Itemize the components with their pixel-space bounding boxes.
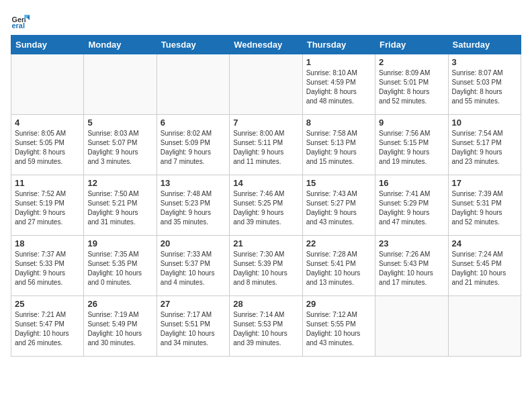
day-number: 20	[161, 238, 226, 248]
calendar-cell: 19Sunrise: 7:35 AM Sunset: 5:35 PM Dayli…	[84, 236, 157, 296]
calendar-table: SundayMondayTuesdayWednesdayThursdayFrid…	[11, 35, 521, 357]
day-number: 6	[161, 118, 226, 128]
day-number: 4	[15, 118, 80, 128]
day-info: Sunrise: 7:14 AM Sunset: 5:53 PM Dayligh…	[233, 310, 298, 348]
logo-icon: Gen eral	[11, 11, 30, 30]
calendar-cell: 14Sunrise: 7:46 AM Sunset: 5:25 PM Dayli…	[230, 175, 302, 236]
calendar-cell: 8Sunrise: 7:58 AM Sunset: 5:13 PM Daylig…	[302, 115, 375, 175]
weekday-header-saturday: Saturday	[448, 36, 521, 54]
calendar-week-row: 11Sunrise: 7:52 AM Sunset: 5:19 PM Dayli…	[11, 175, 521, 236]
day-number: 17	[452, 178, 517, 188]
day-info: Sunrise: 7:54 AM Sunset: 5:17 PM Dayligh…	[452, 129, 517, 167]
calendar-cell: 12Sunrise: 7:50 AM Sunset: 5:21 PM Dayli…	[84, 175, 157, 236]
day-info: Sunrise: 7:19 AM Sunset: 5:49 PM Dayligh…	[87, 310, 152, 348]
calendar-cell: 16Sunrise: 7:41 AM Sunset: 5:29 PM Dayli…	[375, 175, 448, 236]
calendar-cell: 18Sunrise: 7:37 AM Sunset: 5:33 PM Dayli…	[11, 236, 84, 296]
day-number: 12	[87, 178, 152, 188]
weekday-header-thursday: Thursday	[302, 36, 375, 54]
day-number: 7	[233, 118, 298, 128]
svg-text:eral: eral	[12, 21, 25, 30]
day-number: 9	[379, 118, 444, 128]
day-number: 29	[306, 299, 371, 309]
day-info: Sunrise: 8:03 AM Sunset: 5:07 PM Dayligh…	[87, 129, 152, 167]
day-number: 16	[379, 178, 444, 188]
day-info: Sunrise: 7:50 AM Sunset: 5:21 PM Dayligh…	[87, 189, 152, 227]
day-number: 28	[233, 299, 298, 309]
calendar-cell	[448, 296, 521, 357]
calendar-cell: 24Sunrise: 7:24 AM Sunset: 5:45 PM Dayli…	[448, 236, 521, 296]
day-number: 5	[87, 118, 152, 128]
day-info: Sunrise: 7:24 AM Sunset: 5:45 PM Dayligh…	[452, 250, 517, 287]
day-number: 18	[15, 238, 80, 248]
calendar-cell: 9Sunrise: 7:56 AM Sunset: 5:15 PM Daylig…	[375, 115, 448, 175]
calendar-cell: 15Sunrise: 7:43 AM Sunset: 5:27 PM Dayli…	[302, 175, 375, 236]
calendar-cell: 5Sunrise: 8:03 AM Sunset: 5:07 PM Daylig…	[84, 115, 157, 175]
calendar-cell: 23Sunrise: 7:26 AM Sunset: 5:43 PM Dayli…	[375, 236, 448, 296]
calendar-cell: 22Sunrise: 7:28 AM Sunset: 5:41 PM Dayli…	[302, 236, 375, 296]
calendar-cell: 2Sunrise: 8:09 AM Sunset: 5:01 PM Daylig…	[375, 54, 448, 115]
day-info: Sunrise: 8:07 AM Sunset: 5:03 PM Dayligh…	[452, 68, 517, 106]
calendar-cell	[375, 296, 448, 357]
calendar-cell	[157, 54, 229, 115]
weekday-header-friday: Friday	[375, 36, 448, 54]
day-number: 27	[161, 299, 226, 309]
calendar-cell: 13Sunrise: 7:48 AM Sunset: 5:23 PM Dayli…	[157, 175, 229, 236]
calendar-week-row: 18Sunrise: 7:37 AM Sunset: 5:33 PM Dayli…	[11, 236, 521, 296]
page-header: Gen eral	[11, 11, 521, 30]
logo: Gen eral	[11, 11, 31, 30]
day-info: Sunrise: 7:28 AM Sunset: 5:41 PM Dayligh…	[306, 250, 371, 287]
day-info: Sunrise: 7:43 AM Sunset: 5:27 PM Dayligh…	[306, 189, 371, 227]
weekday-header-wednesday: Wednesday	[230, 36, 302, 54]
day-info: Sunrise: 7:52 AM Sunset: 5:19 PM Dayligh…	[15, 189, 80, 227]
day-number: 26	[87, 299, 152, 309]
calendar-cell	[230, 54, 302, 115]
day-number: 14	[233, 178, 298, 188]
day-number: 13	[161, 178, 226, 188]
day-number: 3	[452, 57, 517, 67]
calendar-week-row: 1Sunrise: 8:10 AM Sunset: 4:59 PM Daylig…	[11, 54, 521, 115]
day-info: Sunrise: 7:33 AM Sunset: 5:37 PM Dayligh…	[161, 250, 226, 287]
day-info: Sunrise: 8:10 AM Sunset: 4:59 PM Dayligh…	[306, 68, 371, 106]
day-info: Sunrise: 8:02 AM Sunset: 5:09 PM Dayligh…	[161, 129, 226, 167]
day-number: 23	[379, 238, 444, 248]
day-info: Sunrise: 8:00 AM Sunset: 5:11 PM Dayligh…	[233, 129, 298, 167]
calendar-cell: 11Sunrise: 7:52 AM Sunset: 5:19 PM Dayli…	[11, 175, 84, 236]
calendar-cell: 25Sunrise: 7:21 AM Sunset: 5:47 PM Dayli…	[11, 296, 84, 357]
day-info: Sunrise: 7:17 AM Sunset: 5:51 PM Dayligh…	[161, 310, 226, 348]
calendar-cell: 3Sunrise: 8:07 AM Sunset: 5:03 PM Daylig…	[448, 54, 521, 115]
day-info: Sunrise: 7:37 AM Sunset: 5:33 PM Dayligh…	[15, 250, 80, 287]
day-info: Sunrise: 7:39 AM Sunset: 5:31 PM Dayligh…	[452, 189, 517, 227]
day-number: 11	[15, 178, 80, 188]
weekday-header-sunday: Sunday	[11, 36, 84, 54]
day-info: Sunrise: 7:12 AM Sunset: 5:55 PM Dayligh…	[306, 310, 371, 348]
day-info: Sunrise: 8:05 AM Sunset: 5:05 PM Dayligh…	[15, 129, 80, 167]
day-info: Sunrise: 7:48 AM Sunset: 5:23 PM Dayligh…	[161, 189, 226, 227]
calendar-cell: 29Sunrise: 7:12 AM Sunset: 5:55 PM Dayli…	[302, 296, 375, 357]
day-number: 15	[306, 178, 371, 188]
calendar-cell: 21Sunrise: 7:30 AM Sunset: 5:39 PM Dayli…	[230, 236, 302, 296]
day-number: 10	[452, 118, 517, 128]
calendar-cell: 17Sunrise: 7:39 AM Sunset: 5:31 PM Dayli…	[448, 175, 521, 236]
day-info: Sunrise: 7:21 AM Sunset: 5:47 PM Dayligh…	[15, 310, 80, 348]
day-number: 1	[306, 57, 371, 67]
day-number: 24	[452, 238, 517, 248]
calendar-week-row: 25Sunrise: 7:21 AM Sunset: 5:47 PM Dayli…	[11, 296, 521, 357]
calendar-cell: 7Sunrise: 8:00 AM Sunset: 5:11 PM Daylig…	[230, 115, 302, 175]
day-info: Sunrise: 7:46 AM Sunset: 5:25 PM Dayligh…	[233, 189, 298, 227]
calendar-cell: 10Sunrise: 7:54 AM Sunset: 5:17 PM Dayli…	[448, 115, 521, 175]
calendar-cell: 20Sunrise: 7:33 AM Sunset: 5:37 PM Dayli…	[157, 236, 229, 296]
day-number: 25	[15, 299, 80, 309]
calendar-cell: 4Sunrise: 8:05 AM Sunset: 5:05 PM Daylig…	[11, 115, 84, 175]
day-number: 19	[87, 238, 152, 248]
day-number: 2	[379, 57, 444, 67]
weekday-header-tuesday: Tuesday	[157, 36, 229, 54]
day-info: Sunrise: 7:41 AM Sunset: 5:29 PM Dayligh…	[379, 189, 444, 227]
calendar-cell: 26Sunrise: 7:19 AM Sunset: 5:49 PM Dayli…	[84, 296, 157, 357]
day-info: Sunrise: 7:56 AM Sunset: 5:15 PM Dayligh…	[379, 129, 444, 167]
calendar-cell	[11, 54, 84, 115]
weekday-header-monday: Monday	[84, 36, 157, 54]
day-number: 21	[233, 238, 298, 248]
calendar-cell: 28Sunrise: 7:14 AM Sunset: 5:53 PM Dayli…	[230, 296, 302, 357]
calendar-cell: 27Sunrise: 7:17 AM Sunset: 5:51 PM Dayli…	[157, 296, 229, 357]
weekday-header-row: SundayMondayTuesdayWednesdayThursdayFrid…	[11, 36, 521, 54]
